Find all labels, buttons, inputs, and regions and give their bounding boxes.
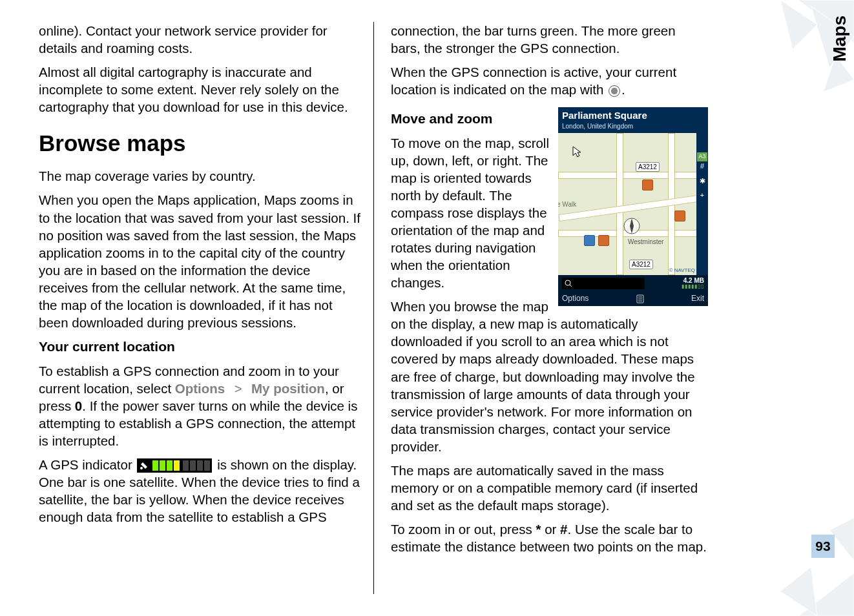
map-canvas: A3212 A3212 e Walk	[558, 133, 708, 275]
para-open-maps: When you open the Maps application, Maps…	[39, 191, 362, 331]
svg-point-7	[140, 467, 143, 469]
poi-icon	[584, 235, 595, 246]
zoom-plus-icon: +	[700, 190, 704, 200]
para-zoom-keys: To zoom in or out, press * or #. Use the…	[391, 520, 708, 555]
walk-label: e Walk	[558, 200, 576, 209]
cursor-arrow-icon	[572, 146, 581, 158]
heading-browse-maps: Browse maps	[39, 128, 362, 158]
menu-my-position-label: My position	[251, 381, 325, 396]
map-search-box	[562, 278, 645, 289]
menu-options-label: Options	[175, 381, 225, 396]
para-establish-gps: To establish a GPS connection and zoom i…	[39, 362, 362, 449]
para-coverage: The map coverage varies by country.	[39, 167, 362, 185]
text: To zoom in or out, press	[391, 522, 536, 537]
para-location-indicator: When the GPS connection is active, your …	[391, 63, 708, 98]
road-label-1: A3212	[636, 162, 660, 172]
subheading-current-location: Your current location	[39, 338, 362, 356]
move-zoom-block: Parliament Square London, United Kingdom…	[391, 105, 708, 462]
key-hash: #	[560, 522, 567, 537]
road-badge: A3	[697, 152, 707, 161]
zoom-star-icon: ✱	[700, 176, 705, 186]
para-online-contact: online). Contact your network service pr…	[39, 22, 362, 57]
search-icon	[565, 280, 572, 287]
satellite-icon	[139, 460, 149, 471]
para-browse-download: When you browse the map on the display, …	[391, 298, 708, 455]
decorative-triangles-bottom	[731, 493, 854, 616]
para-gps-indicator: A GPS indicator is shown on the display.…	[39, 456, 362, 526]
gps-signal-indicator-icon	[137, 458, 212, 473]
left-column: online). Contact your network service pr…	[39, 22, 373, 594]
poi-icon	[674, 210, 685, 221]
svg-line-10	[570, 285, 572, 287]
softkey-exit: Exit	[691, 294, 704, 304]
download-size-indicator: 4.2 MB ▮▮▮▮▮▯▯	[682, 278, 704, 289]
hash-icon: #	[700, 161, 704, 171]
poi-icon	[642, 180, 653, 190]
current-location-dot-icon	[609, 85, 620, 97]
text: or	[541, 522, 560, 537]
document-icon	[636, 294, 644, 303]
map-subtitle: London, United Kingdom	[558, 122, 708, 133]
svg-point-9	[565, 280, 570, 285]
para-connection-green: connection, the bar turns green. The mor…	[391, 22, 708, 57]
text: A GPS indicator	[39, 457, 136, 472]
compass-rose-icon	[623, 217, 641, 235]
road-label-2: A3212	[629, 260, 653, 269]
text: When the GPS connection is active, your …	[391, 65, 676, 97]
side-tab-label: Maps	[829, 15, 850, 62]
map-title: Parliament Square	[558, 107, 708, 122]
manual-page: online). Contact your network service pr…	[0, 0, 854, 616]
map-right-toolbar: A3 # ✱ +	[696, 133, 708, 275]
right-column: connection, the bar turns green. The mor…	[373, 22, 708, 594]
key-zero: 0	[75, 398, 82, 413]
text: .	[621, 82, 625, 97]
place-label-westminster: Westminster	[628, 238, 663, 246]
map-statusbar: 4.2 MB ▮▮▮▮▮▯▯	[558, 275, 708, 292]
map-softkey-bar: Options Exit	[558, 292, 708, 306]
menu-separator: >	[225, 381, 251, 396]
page-number: 93	[811, 535, 835, 558]
map-screenshot-figure: Parliament Square London, United Kingdom…	[558, 107, 708, 306]
text: . If the power saver turns on while the …	[39, 398, 357, 448]
softkey-options: Options	[562, 294, 588, 304]
map-copyright: © NAVTEQ	[669, 267, 695, 274]
para-maps-saved: The maps are automatically saved in the …	[391, 462, 708, 514]
two-column-layout: online). Contact your network service pr…	[39, 22, 736, 594]
download-bars-icon: ▮▮▮▮▮▯▯	[682, 284, 704, 289]
svg-marker-5	[780, 567, 817, 616]
para-cartography-warning: Almost all digital cartography is inaccu…	[39, 63, 362, 116]
poi-icon	[598, 235, 609, 246]
